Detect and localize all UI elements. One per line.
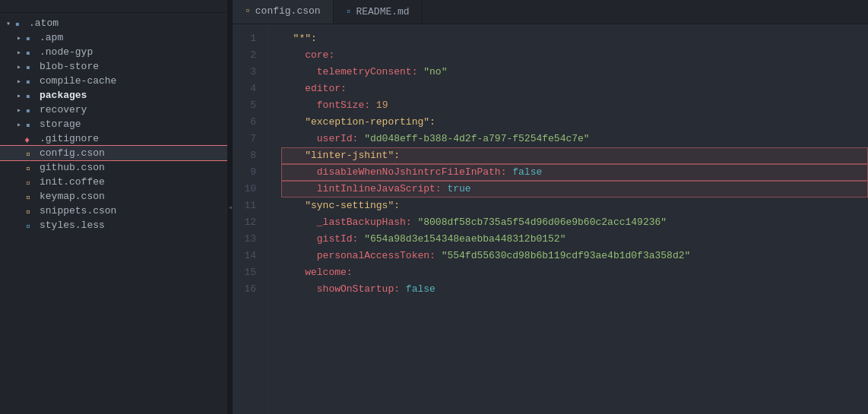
folder-icon: [24, 91, 36, 100]
code-line: gistId: "654a98d3e154348eaebba448312b015…: [281, 231, 868, 248]
folder-icon: [24, 120, 36, 129]
tree-item-config-cson[interactable]: config.cson: [0, 146, 227, 160]
gitignore-icon: [24, 134, 36, 144]
tab-config-cson[interactable]: config.cson: [233, 0, 334, 24]
tree-item-compile-cache[interactable]: compile-cache: [0, 74, 227, 88]
item-label: keymap.cson: [40, 191, 105, 202]
line-number: 1: [233, 30, 262, 47]
code-token: "sync-settings":: [281, 198, 400, 214]
item-label: .node-gyp: [40, 46, 93, 58]
code-token: "554fd55630cd98b6b119cdf93ae4b1d0f3a358d…: [442, 248, 691, 264]
line-numbers: 12345678910111213141516: [233, 24, 269, 414]
folder-icon: [24, 106, 36, 115]
code-token: "8008df58cb735a5f54d96d06e9b60c2acc14923…: [417, 214, 667, 231]
code-line: welcome:: [281, 264, 868, 281]
tree-item-styles-less[interactable]: styles.less: [0, 218, 227, 232]
cson-icon: [24, 149, 36, 158]
tab-readme-md[interactable]: README.md: [334, 0, 423, 24]
tab-bar: config.csonREADME.md: [233, 0, 868, 24]
folder-icon: [24, 77, 36, 86]
line-number: 2: [233, 47, 262, 64]
tree-item-storage[interactable]: storage: [0, 117, 227, 131]
line-number: 15: [233, 264, 262, 281]
tab-file-icon: [245, 5, 251, 17]
tab-file-icon: [346, 6, 352, 17]
item-label: styles.less: [40, 220, 105, 231]
line-number: 9: [233, 164, 262, 181]
chevron-icon: [14, 106, 24, 115]
line-number: 10: [233, 181, 262, 198]
chevron-icon: [14, 120, 24, 129]
code-token: "no": [423, 64, 447, 81]
tree-item-recovery[interactable]: recovery: [0, 103, 227, 117]
folder-icon: [24, 62, 36, 71]
code-token: welcome:: [281, 264, 353, 281]
code-token: telemetryConsent:: [281, 64, 423, 81]
item-label: compile-cache: [40, 75, 116, 87]
tree-item-packages[interactable]: packages: [0, 88, 227, 103]
tree-item-atom[interactable]: .atom: [0, 16, 227, 30]
line-number: 14: [233, 248, 262, 264]
item-label: storage: [40, 119, 81, 130]
cson-icon: [24, 163, 36, 172]
code-token: "*":: [281, 30, 317, 47]
line-number: 16: [233, 281, 262, 298]
code-content[interactable]: "*": core: telemetryConsent: "no" editor…: [269, 24, 868, 414]
code-line: personalAccessToken: "554fd55630cd98b6b1…: [281, 248, 868, 264]
code-token: disableWhenNoJshintrcFileInPath:: [281, 164, 512, 181]
item-label: init.coffee: [40, 176, 105, 188]
line-number: 4: [233, 81, 262, 97]
cson-icon: [24, 192, 36, 201]
code-line: "sync-settings":: [281, 198, 868, 214]
tab-label: README.md: [356, 6, 409, 17]
tree-item-snippets-cson[interactable]: snippets.cson: [0, 204, 227, 218]
folder-icon: [14, 19, 26, 28]
item-label: config.cson: [40, 147, 105, 159]
editor-area: config.csonREADME.md 1234567891011121314…: [233, 0, 868, 414]
code-token: showOnStartup:: [281, 281, 406, 298]
code-line: disableWhenNoJshintrcFileInPath: false: [281, 164, 868, 181]
tree-item-apm[interactable]: .apm: [0, 30, 227, 45]
item-label: packages: [40, 90, 87, 101]
code-token: "dd048eff-b388-4d2f-a797-f5254fe54c7e": [364, 131, 589, 147]
code-token: gistId:: [281, 231, 364, 248]
chevron-icon: [3, 19, 14, 28]
sidebar: .atom.apm.node-gypblob-storecompile-cach…: [0, 0, 228, 414]
chevron-icon: [14, 33, 24, 43]
code-line: core:: [281, 47, 868, 64]
code-token: false: [406, 281, 436, 298]
code-line: "linter-jshint":: [281, 147, 868, 164]
chevron-icon: [14, 62, 24, 71]
code-editor: 12345678910111213141516 "*": core: telem…: [233, 24, 868, 414]
item-label: snippets.cson: [40, 205, 116, 216]
code-token: _lastBackupHash:: [281, 214, 417, 231]
line-number: 13: [233, 231, 262, 248]
tree-item-blob-store[interactable]: blob-store: [0, 59, 227, 74]
line-number: 8: [233, 147, 262, 164]
item-label: .atom: [29, 17, 59, 29]
code-line: showOnStartup: false: [281, 281, 868, 298]
code-token: lintInlineJavaScript:: [281, 181, 447, 198]
code-token: "linter-jshint":: [281, 147, 400, 164]
tree-item-github-cson[interactable]: github.cson: [0, 160, 227, 175]
line-number: 5: [233, 97, 262, 114]
code-line: "exception-reporting":: [281, 114, 868, 131]
code-line: lintInlineJavaScript: true: [281, 181, 868, 198]
tree-item-init-coffee[interactable]: init.coffee: [0, 175, 227, 189]
code-token: userId:: [281, 131, 364, 147]
tree-item-gitignore[interactable]: .gitignore: [0, 131, 227, 146]
item-label: github.cson: [40, 162, 105, 173]
chevron-icon: [14, 91, 24, 100]
tree-item-node-gyp[interactable]: .node-gyp: [0, 45, 227, 59]
item-label: .apm: [40, 32, 63, 43]
code-line: telemetryConsent: "no": [281, 64, 868, 81]
item-label: .gitignore: [40, 133, 99, 144]
folder-icon: [24, 48, 36, 57]
line-number: 6: [233, 114, 262, 131]
code-token: "654a98d3e154348eaebba448312b0152": [364, 231, 565, 248]
code-token: false: [512, 164, 542, 181]
tree-item-keymap-cson[interactable]: keymap.cson: [0, 189, 227, 204]
code-line: userId: "dd048eff-b388-4d2f-a797-f5254fe…: [281, 131, 868, 147]
code-line: editor:: [281, 81, 868, 97]
line-number: 7: [233, 131, 262, 147]
